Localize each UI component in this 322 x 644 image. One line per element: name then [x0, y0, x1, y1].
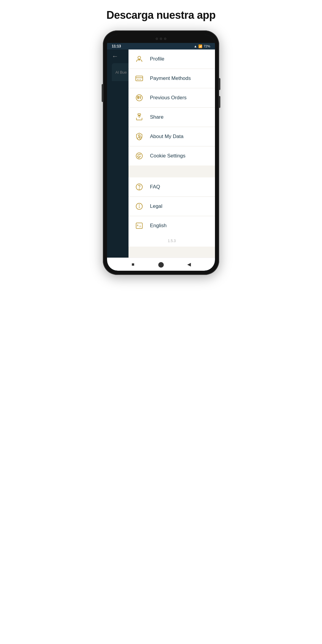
- svg-point-12: [138, 135, 140, 137]
- menu-item-share[interactable]: Share: [129, 108, 215, 127]
- menu-item-faq[interactable]: FAQ: [129, 177, 215, 197]
- shield-person-icon: +: [134, 132, 144, 141]
- menu-item-cookie-settings[interactable]: Cookie Settings: [129, 146, 215, 165]
- previous-orders-label: Previous Orders: [150, 95, 187, 101]
- nav-home-button[interactable]: ⬤: [157, 261, 165, 268]
- svg-point-0: [138, 56, 140, 59]
- camera-bump: [146, 37, 176, 41]
- bottom-navigation: ■ ⬤ ◀: [107, 258, 215, 271]
- svg-point-22: [139, 189, 140, 189]
- profile-label: Profile: [150, 56, 164, 62]
- svg-point-18: [137, 156, 138, 157]
- status-time: 11:13: [112, 44, 121, 48]
- menu-item-about-my-data[interactable]: + About My Data: [129, 127, 215, 146]
- wifi-icon: 📶: [198, 44, 202, 48]
- menu-item-previous-orders[interactable]: Previous Orders: [129, 88, 215, 108]
- camera-dot-1: [156, 38, 158, 40]
- menu-spacer: [129, 165, 215, 177]
- menu-item-legal[interactable]: Legal: [129, 197, 215, 216]
- translate-icon: A あ: [134, 221, 144, 230]
- payment-methods-label: Payment Methods: [150, 75, 191, 81]
- cookie-settings-label: Cookie Settings: [150, 153, 185, 159]
- phone-screen: 11:13 ▲ 📶 72% ← Al Bue: [107, 35, 215, 271]
- secondary-menu-section: FAQ Legal: [129, 177, 215, 235]
- page-title: Descarga nuestra app: [106, 9, 216, 21]
- about-my-data-label: About My Data: [150, 134, 183, 140]
- legal-label: Legal: [150, 203, 162, 209]
- cookie-icon: [134, 151, 144, 161]
- faq-label: FAQ: [150, 184, 160, 190]
- menu-item-profile[interactable]: Profile: [129, 49, 215, 69]
- battery-text: 72%: [204, 44, 210, 48]
- phone-top-bar: [107, 35, 215, 43]
- svg-point-17: [140, 154, 140, 155]
- status-icons: ▲ 📶 72%: [194, 44, 210, 48]
- menu-item-payment-methods[interactable]: Payment Methods: [129, 69, 215, 88]
- svg-point-20: [139, 157, 139, 158]
- svg-rect-1: [136, 76, 143, 81]
- card-icon: [134, 74, 144, 83]
- nav-square-button[interactable]: ■: [129, 261, 137, 268]
- share-label: Share: [150, 114, 163, 120]
- share-icon: [134, 112, 144, 122]
- english-label: English: [150, 223, 167, 229]
- svg-text:A: A: [137, 224, 139, 227]
- question-icon: [134, 182, 144, 192]
- app-background: ← Al Bue: [107, 49, 215, 258]
- status-bar: 11:13 ▲ 📶 72%: [107, 43, 215, 49]
- fork-knife-icon: [134, 93, 144, 103]
- svg-point-16: [138, 154, 138, 155]
- svg-text:あ: あ: [139, 225, 141, 227]
- svg-point-5: [136, 95, 143, 101]
- signal-icon: ▲: [194, 44, 197, 48]
- volume-left-button: [102, 84, 103, 102]
- camera-dot-3: [164, 38, 166, 40]
- svg-point-19: [140, 156, 140, 157]
- side-drawer: Profile Payment Met: [129, 49, 215, 258]
- person-icon: [134, 54, 144, 64]
- nav-back-button[interactable]: ◀: [185, 261, 193, 268]
- menu-item-english[interactable]: A あ English: [129, 216, 215, 235]
- info-icon: [134, 202, 144, 211]
- primary-menu-section: Profile Payment Met: [129, 49, 215, 165]
- version-text: 1.5.3: [129, 235, 215, 247]
- drawer-shadow: [107, 49, 129, 258]
- camera-dot-2: [160, 38, 162, 40]
- volume-button: [219, 96, 220, 108]
- svg-point-26: [139, 205, 140, 205]
- phone-frame: 11:13 ▲ 📶 72% ← Al Bue: [103, 30, 219, 275]
- power-button: [219, 78, 220, 90]
- drawer-overlay: Profile Payment Met: [107, 49, 215, 258]
